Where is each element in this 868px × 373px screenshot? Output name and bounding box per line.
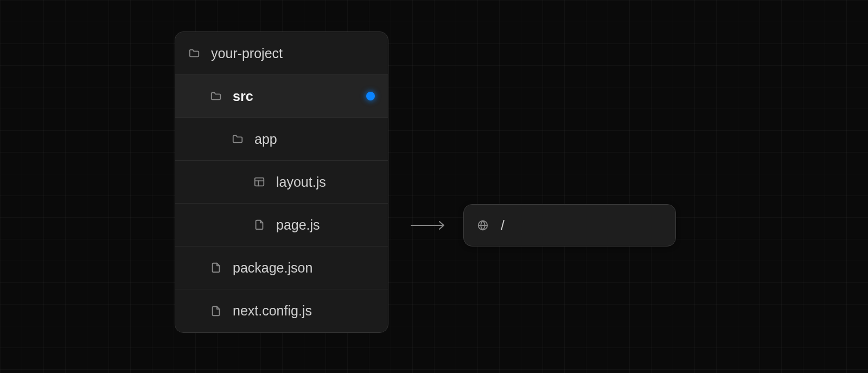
tree-row-next-config-js[interactable]: next.config.js — [175, 289, 388, 332]
tree-label: your-project — [211, 46, 375, 61]
folder-icon — [210, 90, 222, 102]
active-indicator-dot — [366, 92, 375, 100]
tree-label: page.js — [276, 217, 375, 233]
file-tree-panel: your-project src app — [175, 31, 388, 333]
tree-label: app — [254, 131, 375, 147]
arrow-icon — [410, 220, 448, 230]
globe-icon — [477, 219, 489, 231]
file-icon — [210, 305, 222, 317]
tree-label: layout.js — [276, 174, 375, 190]
tree-row-root[interactable]: your-project — [175, 32, 388, 75]
file-icon — [253, 219, 265, 231]
tree-label: package.json — [233, 260, 375, 276]
route-pill: / — [463, 204, 676, 246]
grid-background — [0, 0, 868, 373]
route-path-text: / — [501, 218, 505, 233]
tree-label: src — [233, 88, 366, 104]
tree-label: next.config.js — [233, 303, 375, 319]
tree-row-package-json[interactable]: package.json — [175, 246, 388, 289]
tree-row-layout-js[interactable]: layout.js — [175, 161, 388, 204]
folder-icon — [188, 47, 200, 59]
tree-row-src[interactable]: src — [175, 75, 388, 118]
layout-icon — [253, 176, 265, 188]
folder-icon — [232, 133, 244, 145]
tree-row-page-js[interactable]: page.js — [175, 204, 388, 246]
svg-rect-0 — [255, 178, 264, 186]
tree-row-app[interactable]: app — [175, 118, 388, 161]
file-icon — [210, 262, 222, 274]
